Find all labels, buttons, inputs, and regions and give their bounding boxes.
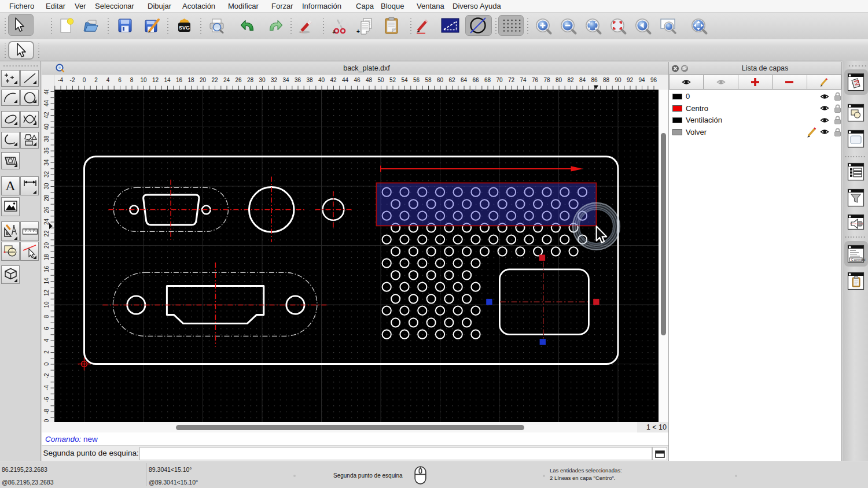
svg-text:64: 64	[461, 77, 468, 83]
svg-text:2: 2	[94, 77, 98, 83]
svg-text:24: 24	[223, 77, 230, 83]
svg-text:40: 40	[318, 77, 325, 83]
svg-text:62: 62	[448, 77, 455, 83]
svg-text:20: 20	[200, 77, 207, 83]
svg-text:38: 38	[43, 135, 50, 142]
svg-text:16: 16	[176, 77, 183, 83]
svg-text:32: 32	[43, 171, 50, 178]
svg-text:+: +	[356, 28, 360, 35]
svg-text:28: 28	[247, 77, 254, 83]
svg-text:A: A	[5, 178, 16, 193]
svg-text:26: 26	[235, 77, 242, 83]
svg-text:76: 76	[532, 77, 539, 83]
svg-text:70: 70	[496, 77, 503, 83]
svg-text:20: 20	[43, 242, 50, 249]
svg-text:36: 36	[43, 147, 50, 154]
svg-text:56: 56	[413, 77, 420, 83]
svg-text:2: 2	[43, 350, 50, 354]
svg-text:78: 78	[543, 77, 550, 83]
svg-text:-2: -2	[43, 373, 50, 378]
svg-text:32: 32	[271, 77, 278, 83]
svg-text:44: 44	[342, 77, 349, 83]
svg-text:88: 88	[603, 77, 610, 83]
svg-text:90: 90	[615, 77, 621, 83]
svg-text:54: 54	[401, 77, 408, 83]
svg-text:8: 8	[43, 315, 50, 318]
svg-text:-6: -6	[43, 397, 50, 402]
svg-text:6: 6	[118, 77, 122, 83]
svg-text:46: 46	[43, 90, 50, 95]
svg-text:14: 14	[43, 278, 50, 284]
svg-text:92: 92	[627, 77, 634, 83]
svg-text:50: 50	[377, 77, 384, 83]
svg-text:C command: C command	[851, 258, 866, 261]
svg-text:8: 8	[130, 77, 134, 83]
svg-text:84: 84	[579, 77, 586, 83]
svg-text:74: 74	[520, 77, 527, 83]
svg-text:36: 36	[295, 77, 301, 83]
svg-text:82: 82	[567, 77, 574, 83]
svg-text:34: 34	[43, 159, 50, 166]
svg-text:6: 6	[43, 327, 50, 330]
svg-text:30: 30	[43, 183, 50, 190]
svg-text:0: 0	[83, 77, 86, 83]
svg-text:0: 0	[43, 362, 50, 365]
svg-text:14: 14	[164, 77, 171, 83]
svg-text:4: 4	[106, 77, 110, 83]
svg-text:58: 58	[425, 77, 432, 83]
svg-text:68: 68	[484, 77, 491, 83]
svg-text:42: 42	[43, 112, 50, 119]
svg-text:60: 60	[437, 77, 444, 83]
svg-text:18: 18	[187, 77, 194, 83]
svg-text:26: 26	[43, 206, 50, 213]
svg-text:94: 94	[638, 77, 645, 83]
svg-text:66: 66	[472, 77, 479, 83]
svg-text:24: 24	[43, 219, 50, 225]
svg-text:12: 12	[43, 290, 50, 297]
svg-text:86: 86	[591, 77, 598, 83]
svg-text:72: 72	[508, 77, 515, 83]
svg-text:40: 40	[43, 124, 50, 131]
svg-text:10: 10	[140, 77, 147, 83]
svg-text:44: 44	[43, 100, 50, 107]
svg-text:30: 30	[259, 77, 266, 83]
svg-text:48: 48	[366, 77, 373, 83]
svg-text:-4: -4	[58, 77, 63, 83]
svg-text:-2: -2	[70, 77, 75, 83]
svg-text:-8: -8	[43, 409, 50, 414]
svg-text:4: 4	[43, 338, 50, 342]
svg-text:34: 34	[282, 77, 289, 83]
svg-text:+: +	[332, 29, 336, 35]
svg-text:42: 42	[330, 77, 337, 83]
svg-text:10: 10	[43, 301, 50, 308]
svg-text:18: 18	[43, 254, 50, 261]
svg-text:46: 46	[354, 77, 361, 83]
svg-text:-4: -4	[43, 385, 50, 390]
svg-text:80: 80	[556, 77, 562, 83]
svg-text:SVG: SVG	[179, 25, 190, 31]
svg-text:96: 96	[650, 77, 657, 83]
svg-text:52: 52	[389, 77, 396, 83]
svg-text:22: 22	[211, 77, 218, 83]
svg-text:28: 28	[43, 195, 50, 202]
svg-text:12: 12	[152, 77, 159, 83]
svg-text:38: 38	[306, 77, 313, 83]
svg-text:16: 16	[43, 266, 50, 273]
svg-text:22: 22	[43, 230, 50, 237]
